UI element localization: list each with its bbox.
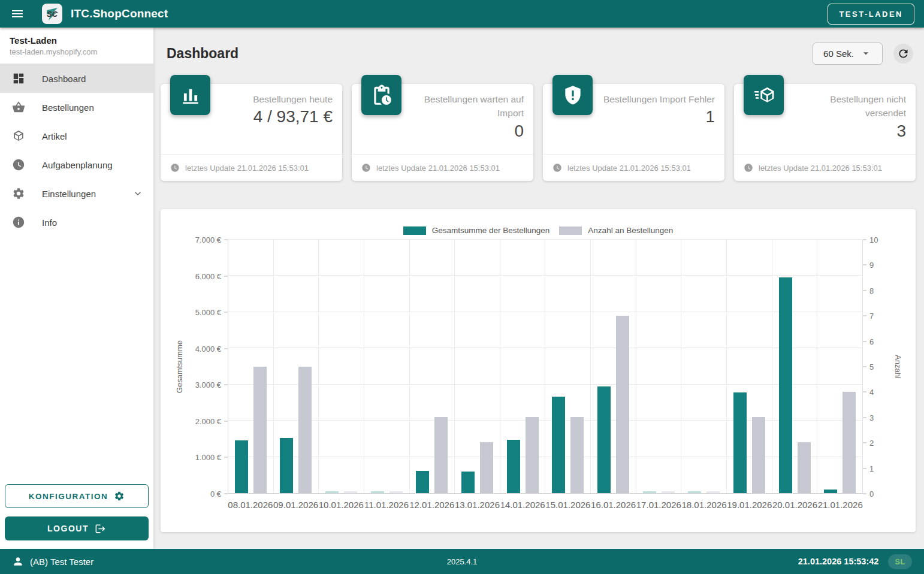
bar-chart: Gesamtsumme 0 €1.000 €2.000 €3.000 €4.00…	[170, 240, 906, 515]
sidebar-item-dashboard[interactable]: Dashboard	[0, 64, 153, 93]
sum-bar-13.01.2026[interactable]	[461, 472, 475, 493]
count-bar-17.01.2026[interactable]	[662, 491, 675, 493]
top-header: SC ITC.ShopConnect TEST-LADEN	[0, 0, 924, 28]
count-bar-12.01.2026[interactable]	[434, 417, 448, 493]
main-content: Dashboard 60 Sek. Bestellungen heute4 / …	[153, 28, 924, 549]
sidebar-item-aufgabenplanung[interactable]: Aufgabenplanung	[0, 150, 153, 179]
status-badge: SL	[888, 554, 912, 569]
sidebar-item-label: Einstellungen	[42, 189, 115, 199]
bar-group-08.01.2026	[228, 240, 274, 493]
sidebar-item-info[interactable]: Info	[0, 208, 153, 237]
sidebar: Test-Laden test-laden.myshopify.com Dash…	[0, 28, 153, 549]
stat-card-icon-tile	[552, 75, 593, 115]
cube-icon	[12, 129, 25, 143]
chevron-down-icon	[132, 188, 144, 200]
stat-card-updated: letztes Update 21.01.2026 15:53:01	[543, 154, 724, 181]
count-bar-21.01.2026[interactable]	[843, 392, 856, 493]
count-bar-09.01.2026[interactable]	[298, 367, 312, 494]
sum-bar-11.01.2026[interactable]	[371, 491, 384, 493]
konfiguration-label: KONFIGURATION	[29, 492, 108, 501]
axis-tick: 7.000 €	[195, 235, 228, 244]
legend-swatch-teal	[403, 226, 426, 235]
count-bar-08.01.2026[interactable]	[253, 367, 267, 494]
count-bar-19.01.2026[interactable]	[752, 417, 765, 493]
sum-bar-17.01.2026[interactable]	[643, 491, 656, 493]
count-bar-13.01.2026[interactable]	[480, 442, 493, 493]
shop-name: Test-Laden	[10, 35, 144, 46]
legend-item-gesamtsumme[interactable]: Gesamtsumme der Bestellungen	[403, 226, 550, 235]
bar-group-17.01.2026	[636, 240, 682, 493]
stat-card-updated-text: letztes Update 21.01.2026 15:53:01	[185, 164, 309, 173]
axis-tick: 5.000 €	[195, 308, 228, 317]
stat-card-icon-tile	[361, 75, 401, 115]
x-axis-label: 16.01.2026	[591, 500, 636, 510]
stat-card-title: Bestellungen warten auf Import	[409, 92, 524, 120]
sum-bar-10.01.2026[interactable]	[325, 491, 339, 493]
app-version: 2025.4.1	[447, 557, 478, 566]
footer-timestamp: 21.01.2026 15:53:42	[798, 557, 879, 566]
bar-group-18.01.2026	[681, 240, 727, 493]
sum-bar-14.01.2026[interactable]	[507, 440, 520, 493]
menu-icon[interactable]	[10, 6, 25, 22]
bar-group-09.01.2026	[274, 240, 319, 493]
count-bar-18.01.2026[interactable]	[706, 491, 720, 493]
app-root: SC ITC.ShopConnect TEST-LADEN Test-Laden…	[0, 0, 924, 574]
legend-label: Gesamtsumme der Bestellungen	[432, 226, 550, 235]
count-bar-15.01.2026[interactable]	[570, 417, 584, 493]
stat-card-updated: letztes Update 21.01.2026 15:53:01	[734, 154, 916, 181]
refresh-button[interactable]	[893, 44, 913, 64]
bar-group-20.01.2026	[772, 240, 818, 493]
sum-bar-09.01.2026[interactable]	[280, 438, 293, 493]
app-title: ITC.ShopConnect	[71, 7, 168, 20]
legend-swatch-gray	[559, 226, 582, 235]
shop-switch-button[interactable]: TEST-LADEN	[828, 4, 914, 25]
sum-bar-20.01.2026[interactable]	[779, 277, 792, 493]
shop-info: Test-Laden test-laden.myshopify.com	[0, 28, 153, 64]
count-bar-11.01.2026[interactable]	[389, 491, 403, 493]
refresh-interval-value: 60 Sek.	[823, 49, 854, 59]
axis-tick: 3.000 €	[195, 380, 228, 389]
x-axis-label: 14.01.2026	[500, 500, 545, 510]
count-bar-10.01.2026[interactable]	[344, 491, 357, 493]
bar-group-19.01.2026	[727, 240, 772, 493]
sum-bar-16.01.2026[interactable]	[597, 386, 611, 493]
count-bar-16.01.2026[interactable]	[616, 316, 629, 493]
logout-label: LOGOUT	[47, 524, 89, 533]
stat-card-updated: letztes Update 21.01.2026 15:53:01	[352, 154, 533, 181]
axis-tick: 8	[863, 286, 874, 295]
x-axis-label: 18.01.2026	[681, 500, 727, 510]
sidebar-item-artikel[interactable]: Artikel	[0, 122, 153, 150]
sum-bar-15.01.2026[interactable]	[552, 397, 565, 493]
bar-group-14.01.2026	[500, 240, 546, 493]
bar-chart-icon	[179, 84, 202, 107]
person-icon	[12, 555, 24, 567]
sidebar-nav: DashboardBestellungenArtikelAufgabenplan…	[0, 64, 153, 237]
refresh-interval-select[interactable]: 60 Sek.	[813, 43, 883, 65]
sum-bar-18.01.2026[interactable]	[688, 491, 701, 493]
legend-item-anzahl[interactable]: Anzahl an Bestellungen	[559, 226, 673, 235]
count-bar-14.01.2026[interactable]	[526, 417, 539, 493]
axis-tick: 4	[863, 388, 874, 397]
x-axis-label: 15.01.2026	[545, 500, 591, 510]
stat-card-bestellungen-heute: Bestellungen heute4 / 93,71 €letztes Upd…	[161, 84, 342, 181]
bar-group-15.01.2026	[545, 240, 591, 493]
orders-chart-card: Gesamtsumme der Bestellungen Anzahl an B…	[161, 209, 916, 532]
sidebar-item-einstellungen[interactable]: Einstellungen	[0, 179, 153, 208]
bar-group-21.01.2026	[817, 240, 862, 493]
sum-bar-08.01.2026[interactable]	[235, 440, 248, 493]
axis-tick: 1	[863, 464, 874, 473]
axis-tick: 10	[863, 235, 878, 244]
axis-tick: 2.000 €	[195, 416, 228, 425]
sum-bar-12.01.2026[interactable]	[416, 471, 429, 493]
axis-tick: 4.000 €	[195, 344, 228, 353]
gear-icon	[12, 187, 25, 200]
sum-bar-19.01.2026[interactable]	[733, 392, 747, 493]
basket-icon	[12, 101, 25, 114]
konfiguration-button[interactable]: KONFIGURATION	[5, 484, 149, 508]
sum-bar-21.01.2026[interactable]	[824, 490, 837, 493]
logout-button[interactable]: LOGOUT	[5, 516, 149, 540]
sidebar-item-label: Bestellungen	[42, 102, 144, 113]
sidebar-item-bestellungen[interactable]: Bestellungen	[0, 93, 153, 122]
app-logo: SC	[42, 4, 62, 24]
count-bar-20.01.2026[interactable]	[798, 442, 811, 493]
